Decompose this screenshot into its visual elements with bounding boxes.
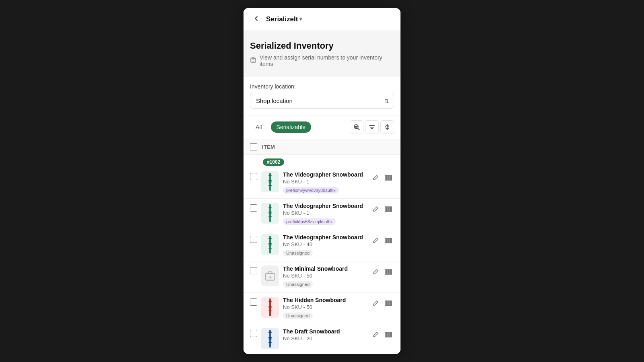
svg-rect-54 <box>389 269 390 274</box>
filter-tab-serializable[interactable]: Serializable <box>271 121 311 133</box>
item-details-2: The Videographer Snowboard No SKU - 1 pr… <box>283 203 366 225</box>
item-actions-4 <box>370 265 394 278</box>
list-item: The Videographer Snowboard No SKU - 40 U… <box>244 230 400 261</box>
subtitle-text: View and assign serial numbers to your i… <box>260 54 394 67</box>
item-checkbox-4[interactable] <box>250 267 257 274</box>
svg-rect-31 <box>388 207 389 212</box>
svg-rect-65 <box>388 301 389 306</box>
item-checkbox-5[interactable] <box>250 298 257 306</box>
svg-rect-19 <box>388 175 389 180</box>
page-content: Serialized Inventory View and assign ser… <box>244 31 400 354</box>
list-item: The Videographer Snowboard No SKU - 1 pr… <box>244 167 400 199</box>
item-name-2: The Videographer Snowboard <box>283 203 366 209</box>
page-subtitle: View and assign serial numbers to your i… <box>250 54 394 67</box>
svg-point-61 <box>268 306 272 309</box>
item-checkbox-6[interactable] <box>250 330 257 337</box>
svg-rect-32 <box>389 207 390 212</box>
edit-button-2[interactable] <box>370 204 381 215</box>
sort-button[interactable] <box>365 120 379 134</box>
edit-button-1[interactable] <box>370 172 381 183</box>
back-icon <box>253 15 260 24</box>
filter-actions <box>350 120 394 134</box>
svg-rect-58 <box>268 301 272 302</box>
barcode-button-1[interactable] <box>383 172 394 183</box>
app-name-label: SerializeIt <box>266 15 298 23</box>
unassigned-badge-5: Unassigned <box>283 313 313 319</box>
app-window: SerializeIt ▾ Serialized Inventory View … <box>244 8 400 354</box>
svg-rect-22 <box>391 175 392 180</box>
svg-rect-40 <box>385 238 386 243</box>
item-sku-3: No SKU - 40 <box>283 241 366 247</box>
back-button[interactable] <box>250 13 263 26</box>
edit-button-6[interactable] <box>370 329 381 340</box>
svg-rect-29 <box>386 207 387 212</box>
svg-rect-75 <box>386 332 387 337</box>
svg-point-27 <box>268 212 272 215</box>
list-item: The Videographer Snowboard No SKU - 1 pr… <box>244 199 400 230</box>
svg-rect-74 <box>385 332 386 337</box>
svg-rect-38 <box>268 248 272 249</box>
item-details-1: The Videographer Snowboard No SKU - 1 pr… <box>283 171 366 193</box>
edit-button-3[interactable] <box>370 235 381 246</box>
column-item-label: Item <box>262 144 275 150</box>
barcode-button-6[interactable] <box>383 329 394 340</box>
barcode-button-5[interactable] <box>383 298 394 309</box>
filter-tab-all[interactable]: All <box>250 121 268 133</box>
item-sku-6: No SKU - 20 <box>283 335 366 341</box>
svg-rect-76 <box>387 332 388 337</box>
list-item: The Draft Snowboard No SKU - 20 <box>244 324 400 354</box>
select-all-checkbox[interactable] <box>250 143 257 150</box>
item-details-6: The Draft Snowboard No SKU - 20 <box>283 328 366 343</box>
svg-rect-62 <box>385 301 386 306</box>
inventory-icon <box>250 57 256 65</box>
svg-rect-17 <box>386 175 387 180</box>
filter-tabs: All Serializable <box>250 121 311 133</box>
svg-rect-56 <box>391 269 392 274</box>
svg-rect-0 <box>251 58 256 62</box>
svg-point-39 <box>268 243 272 246</box>
svg-rect-66 <box>389 301 390 306</box>
unassigned-badge-3: Unassigned <box>283 250 313 256</box>
item-actions-3 <box>370 234 394 246</box>
list-item: The Minimal Snowboard No SKU - 50 Unassi… <box>244 261 400 293</box>
svg-rect-64 <box>387 301 388 306</box>
unassigned-badge-4: Unassigned <box>283 281 313 288</box>
svg-rect-34 <box>391 207 392 212</box>
barcode-button-3[interactable] <box>383 235 394 246</box>
svg-rect-45 <box>390 238 391 243</box>
item-name-3: The Videographer Snowboard <box>283 234 366 241</box>
svg-rect-72 <box>268 342 272 343</box>
item-thumbnail-3 <box>261 234 279 255</box>
svg-rect-77 <box>388 332 389 337</box>
svg-rect-26 <box>268 216 272 217</box>
item-thumbnail-4 <box>261 265 279 286</box>
barcode-button-4[interactable] <box>383 266 394 278</box>
item-actions-1 <box>370 171 394 183</box>
svg-rect-41 <box>386 238 387 243</box>
item-checkbox-1[interactable] <box>250 173 257 180</box>
svg-rect-16 <box>385 175 386 180</box>
item-checkbox-2[interactable] <box>250 204 257 212</box>
svg-rect-14 <box>268 185 272 186</box>
edit-button-4[interactable] <box>370 266 381 278</box>
barcode-button-2[interactable] <box>383 204 394 215</box>
serial-badge-2: prefixkfps68zxzqiksuffix <box>283 218 336 225</box>
location-select[interactable]: Shop location Warehouse Online <box>250 93 394 109</box>
reorder-button[interactable] <box>380 120 394 134</box>
svg-rect-24 <box>268 207 272 208</box>
app-title[interactable]: SerializeIt ▾ <box>266 15 302 23</box>
item-thumbnail-1 <box>261 171 279 192</box>
svg-rect-18 <box>387 175 388 180</box>
item-checkbox-3[interactable] <box>250 236 257 243</box>
item-details-3: The Videographer Snowboard No SKU - 40 U… <box>283 234 366 256</box>
svg-rect-36 <box>268 238 272 239</box>
svg-rect-28 <box>385 207 386 212</box>
edit-button-5[interactable] <box>370 298 381 309</box>
svg-rect-60 <box>268 311 272 311</box>
item-actions-6 <box>370 328 394 340</box>
location-label: Inventory location: <box>250 83 394 90</box>
svg-point-73 <box>268 337 272 340</box>
svg-rect-30 <box>387 207 388 212</box>
inventory-list: #1002 The Videographer Sn <box>244 155 400 354</box>
search-filter-button[interactable] <box>350 120 363 134</box>
